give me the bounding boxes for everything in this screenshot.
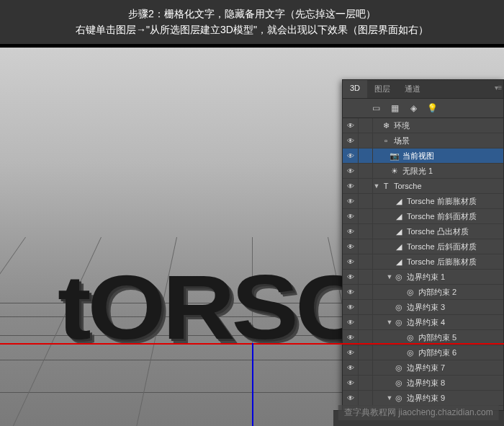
panel-toolbar: ▭ ▦ ◈ 💡 [343,99,503,118]
item-type-icon: ◎ [393,378,405,388]
item-label: 边界约束 7 [407,363,445,373]
tree-row[interactable]: 👁◢Torsche 后膨胀材质 [343,254,503,270]
visibility-eye-icon[interactable]: 👁 [343,118,359,133]
visibility-eye-icon[interactable]: 👁 [343,179,359,193]
tree-row[interactable]: 👁▼TTorsche [343,179,503,194]
tree-row[interactable]: 👁◢Torsche 前斜面材质 [343,209,503,224]
tree-row[interactable]: 👁◢Torsche 前膨胀材质 [343,194,503,209]
item-type-icon: ◎ [405,348,416,358]
item-type-icon: ❄ [380,121,392,130]
item-type-icon: ◎ [393,272,405,282]
tree-row[interactable]: 👁◎边界约束 7 [343,360,503,376]
item-label: 内部约束 5 [418,332,456,343]
tab-layers[interactable]: 图层 [367,80,397,98]
tree-row[interactable]: 👁▼◎边界约束 4 [343,315,503,330]
item-type-icon: 📷 [389,151,400,161]
tree-row[interactable]: 👁☀无限光 1 [343,164,503,179]
visibility-eye-icon[interactable]: 👁 [343,330,359,345]
visibility-eye-icon[interactable]: 👁 [343,164,359,178]
expand-arrow-icon[interactable]: ▼ [373,182,380,190]
filter-material-icon[interactable]: ◈ [408,103,419,113]
instruction-line1: 步骤2：栅格化文字，隐藏备用文字（先忘掉这一层吧） [7,6,497,22]
item-type-icon: ◎ [393,318,405,327]
tab-channels[interactable]: 通道 [397,80,428,98]
panel-tabs: 3D 图层 通道 ▾≡ [343,80,503,99]
tree-row[interactable]: 👁▼◎边界约束 9 [343,391,503,406]
item-label: 边界约束 4 [407,317,445,328]
3d-panel: 3D 图层 通道 ▾≡ ▭ ▦ ◈ 💡 👁❄环境👁▫场景👁📷当前视图👁☀无限光 … [342,79,504,426]
tree-row[interactable]: 👁▫场景 [343,133,503,148]
item-label: 无限光 1 [402,166,433,177]
item-type-icon: ☀ [389,167,400,176]
item-label: 场景 [394,136,410,146]
visibility-eye-icon[interactable]: 👁 [343,345,359,360]
item-label: Torsche 凸出材质 [407,226,469,237]
visibility-eye-icon[interactable]: 👁 [343,391,359,405]
visibility-eye-icon[interactable]: 👁 [343,315,359,329]
item-type-icon: ◎ [393,303,405,312]
visibility-eye-icon[interactable]: 👁 [343,148,359,163]
scene-tree: 👁❄环境👁▫场景👁📷当前视图👁☀无限光 1👁▼TTorsche👁◢Torsche… [343,118,503,426]
tree-row[interactable]: 👁📷当前视图 [343,148,503,164]
item-type-icon: ◢ [393,197,405,206]
item-label: 内部约束 2 [418,287,456,298]
item-label: 内部约束 6 [418,347,456,358]
tab-3d[interactable]: 3D [343,80,367,98]
item-label: 边界约束 9 [407,393,445,404]
filter-light-icon[interactable]: 💡 [426,103,438,113]
visibility-eye-icon[interactable]: 👁 [343,224,359,239]
expand-arrow-icon[interactable]: ▼ [386,273,393,280]
item-label: 边界约束 8 [407,378,445,389]
item-label: Torsche 前膨胀材质 [407,196,477,207]
watermark: 查字典教程网 jiaocheng.chazidian.com [338,405,499,420]
item-type-icon: ◢ [393,227,405,236]
visibility-eye-icon[interactable]: 👁 [343,376,359,390]
item-type-icon: ▫ [380,136,392,145]
tree-row[interactable]: 👁◎边界约束 8 [343,376,503,391]
item-label: 当前视图 [402,151,434,161]
expand-arrow-icon[interactable]: ▼ [386,319,393,326]
item-label: 环境 [394,120,410,131]
filter-mesh-icon[interactable]: ▦ [389,103,400,113]
visibility-eye-icon[interactable]: 👁 [343,270,359,284]
item-label: Torsche [394,182,422,190]
instruction-line2: 右键单击图层→"从所选图层建立3D模型"，就会出现以下效果（图层界面如右） [7,22,497,37]
item-type-icon: ◢ [393,212,405,221]
panel-menu-icon[interactable]: ▾≡ [493,80,503,98]
tree-row[interactable]: 👁◢Torsche 凸出材质 [343,224,503,239]
visibility-eye-icon[interactable]: 👁 [343,239,359,254]
visibility-eye-icon[interactable]: 👁 [343,194,359,208]
tree-row[interactable]: 👁◎内部约束 2 [343,285,503,300]
item-type-icon: ◎ [405,288,416,297]
tree-row[interactable]: 👁◎内部约束 6 [343,345,503,360]
item-type-icon: ◢ [393,242,405,252]
visibility-eye-icon[interactable]: 👁 [343,254,359,269]
item-label: Torsche 前斜面材质 [407,211,477,222]
visibility-eye-icon[interactable]: 👁 [343,133,359,148]
instruction-bar: 步骤2：栅格化文字，隐藏备用文字（先忘掉这一层吧） 右键单击图层→"从所选图层建… [0,0,504,44]
visibility-eye-icon[interactable]: 👁 [343,360,359,375]
item-type-icon: ◎ [393,363,405,373]
item-label: Torsche 后膨胀材质 [407,257,477,267]
expand-arrow-icon[interactable]: ▼ [386,394,393,401]
visibility-eye-icon[interactable]: 👁 [343,209,359,223]
filter-scene-icon[interactable]: ▭ [370,103,382,113]
item-label: 边界约束 3 [407,302,445,313]
item-type-icon: T [380,182,392,190]
tree-row[interactable]: 👁◢Torsche 后斜面材质 [343,239,503,254]
tree-row[interactable]: 👁▼◎边界约束 1 [343,270,503,285]
visibility-eye-icon[interactable]: 👁 [343,285,359,299]
tree-row[interactable]: 👁❄环境 [343,118,503,133]
item-label: 边界约束 1 [407,272,445,283]
item-label: Torsche 后斜面材质 [407,241,477,252]
item-type-icon: ◢ [393,257,405,267]
item-type-icon: ◎ [393,394,405,403]
tree-row[interactable]: 👁◎边界约束 3 [343,300,503,315]
axis-z [252,343,253,426]
item-type-icon: ◎ [405,333,416,342]
visibility-eye-icon[interactable]: 👁 [343,300,359,314]
